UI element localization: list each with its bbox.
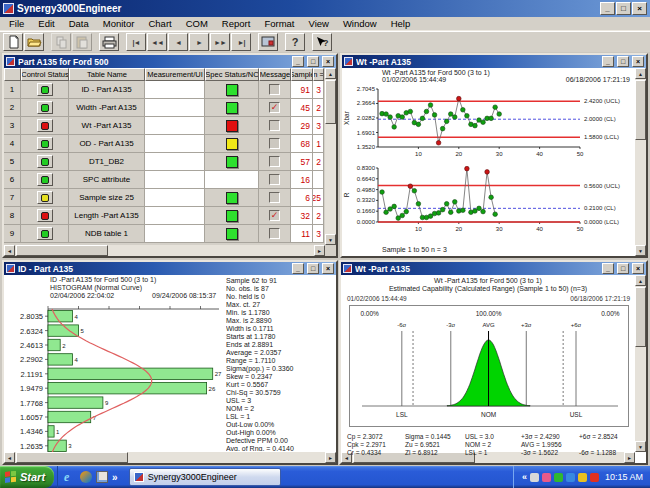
- toolbar-next-button[interactable]: ►: [189, 33, 209, 51]
- message-checkbox[interactable]: [269, 138, 280, 149]
- control-maximize-button[interactable]: □: [617, 56, 629, 67]
- restore-button[interactable]: □: [616, 2, 631, 15]
- table-name-cell[interactable]: DT1_DB2: [69, 153, 145, 171]
- control-vscroll-thumb[interactable]: [635, 80, 646, 140]
- tray-icon-3[interactable]: [554, 473, 563, 482]
- message-checkbox[interactable]: [269, 120, 280, 131]
- table-name-cell[interactable]: Sample size 25: [69, 189, 145, 207]
- toolbar-help-button[interactable]: ?: [285, 33, 305, 51]
- table-close-button[interactable]: ×: [322, 56, 334, 67]
- menu-item-view[interactable]: View: [301, 18, 335, 29]
- control-vscrollbar[interactable]: ▲ ▼: [635, 68, 646, 256]
- show-desktop-icon[interactable]: [96, 471, 108, 483]
- column-header-Sample[interactable]: Sample: [291, 68, 313, 81]
- taskbar-task-synergy[interactable]: Synergy3000Engineer: [129, 468, 281, 486]
- control-status-button[interactable]: [37, 83, 53, 96]
- control-status-button[interactable]: [37, 119, 53, 132]
- tray-icon-5[interactable]: [578, 473, 587, 482]
- capability-close-button[interactable]: ×: [632, 263, 644, 274]
- toolbar-next-group-button[interactable]: ►►: [210, 33, 230, 51]
- histogram-window-titlebar[interactable]: ID - Part A135 _ □ ×: [4, 262, 336, 275]
- scroll-down-icon[interactable]: ▼: [325, 234, 336, 245]
- scroll-down-icon[interactable]: ▼: [635, 441, 646, 452]
- measurement-cell[interactable]: [145, 153, 205, 171]
- table-vscrollbar[interactable]: ▲ ▼: [325, 68, 336, 245]
- table-name-cell[interactable]: Length -Part A135: [69, 207, 145, 225]
- menu-item-format[interactable]: Format: [257, 18, 301, 29]
- histogram-minimize-button[interactable]: _: [292, 263, 304, 274]
- table-hscroll-thumb[interactable]: [16, 245, 108, 256]
- tray-icon-6[interactable]: [590, 473, 599, 482]
- control-close-button[interactable]: ×: [632, 56, 644, 67]
- capability-maximize-button[interactable]: □: [617, 263, 629, 274]
- scroll-up-icon[interactable]: ▲: [325, 68, 336, 79]
- message-checkbox[interactable]: [269, 156, 280, 167]
- control-status-button[interactable]: [37, 191, 53, 204]
- table-name-cell[interactable]: NDB table 1: [69, 225, 145, 243]
- message-checkbox[interactable]: [269, 174, 280, 185]
- control-status-button[interactable]: [37, 173, 53, 186]
- media-player-icon[interactable]: [80, 471, 92, 483]
- toolbar-print-button[interactable]: [99, 33, 119, 51]
- capability-window-titlebar[interactable]: Wt -Part A135 _ □ ×: [341, 262, 646, 275]
- toolbar-prev-button[interactable]: ◄: [168, 33, 188, 51]
- title-bar[interactable]: Synergy3000Engineer _ □ ×: [0, 0, 650, 17]
- message-checkbox[interactable]: [269, 84, 280, 95]
- measurement-cell[interactable]: [145, 207, 205, 225]
- message-checkbox[interactable]: [269, 228, 280, 239]
- scroll-up-icon[interactable]: ▲: [635, 275, 646, 286]
- toolbar-prev-group-button[interactable]: ◄◄: [147, 33, 167, 51]
- toolbar-context-help-button[interactable]: ?: [312, 33, 332, 51]
- tray-icon-2[interactable]: [542, 473, 551, 482]
- measurement-cell[interactable]: [145, 189, 205, 207]
- table-name-cell[interactable]: Width -Part A135: [69, 99, 145, 117]
- control-window-titlebar[interactable]: Wt -Part A135 _ □ ×: [342, 55, 646, 68]
- table-name-cell[interactable]: Wt -Part A135: [69, 117, 145, 135]
- column-header-Message[interactable]: Message: [259, 68, 291, 81]
- toolbar-snapshot-button[interactable]: [258, 33, 278, 51]
- tray-icon-4[interactable]: [566, 473, 575, 482]
- control-status-button[interactable]: [37, 227, 53, 240]
- table-vscroll-thumb[interactable]: [325, 80, 336, 124]
- column-header-Spec Status/NC[interactable]: Spec Status/NC: [205, 68, 259, 81]
- control-status-button[interactable]: [37, 209, 53, 222]
- toolbar-last-button[interactable]: ►|: [231, 33, 251, 51]
- toolbar-paste-button[interactable]: [72, 33, 92, 51]
- histogram-hscroll-thumb[interactable]: [16, 452, 128, 463]
- close-button[interactable]: ×: [632, 2, 647, 15]
- measurement-cell[interactable]: [145, 117, 205, 135]
- histogram-close-button[interactable]: ×: [322, 263, 334, 274]
- histogram-maximize-button[interactable]: □: [307, 263, 319, 274]
- scroll-right-icon[interactable]: ►: [624, 452, 635, 463]
- capability-vscrollbar[interactable]: ▲ ▼: [635, 275, 646, 452]
- measurement-cell[interactable]: [145, 135, 205, 153]
- menu-item-chart[interactable]: Chart: [141, 18, 178, 29]
- toolbar-first-button[interactable]: |◄: [126, 33, 146, 51]
- toolbar-copy-button[interactable]: [51, 33, 71, 51]
- column-header-Measurement/UI[interactable]: Measurement/UI: [145, 68, 205, 81]
- measurement-cell[interactable]: [145, 171, 205, 189]
- message-checkbox[interactable]: [269, 192, 280, 203]
- table-hscrollbar[interactable]: ◄ ►: [4, 245, 325, 256]
- tray-chevron-icon[interactable]: «: [522, 472, 527, 482]
- measurement-cell[interactable]: [145, 99, 205, 117]
- scroll-down-icon[interactable]: ▼: [635, 245, 646, 256]
- histogram-hscrollbar[interactable]: ◄ ►: [4, 452, 336, 463]
- control-status-button[interactable]: [37, 101, 53, 114]
- start-button[interactable]: Start: [0, 466, 54, 488]
- toolbar-new-button[interactable]: [3, 33, 23, 51]
- measurement-cell[interactable]: [145, 225, 205, 243]
- menu-item-window[interactable]: Window: [336, 18, 384, 29]
- measurement-cell[interactable]: [145, 81, 205, 99]
- capability-vscroll-thumb[interactable]: [635, 287, 646, 347]
- menu-item-edit[interactable]: Edit: [31, 18, 61, 29]
- column-header-Table Name[interactable]: Table Name: [69, 68, 145, 81]
- column-header-n =[interactable]: n =: [313, 68, 324, 81]
- minimize-button[interactable]: _: [600, 2, 615, 15]
- menu-item-data[interactable]: Data: [62, 18, 96, 29]
- scroll-right-icon[interactable]: ►: [325, 452, 336, 463]
- table-window-titlebar[interactable]: Part A135 for Ford 500 _ □ ×: [4, 55, 336, 68]
- table-name-cell[interactable]: ID - Part A135: [69, 81, 145, 99]
- scroll-left-icon[interactable]: ◄: [4, 245, 15, 256]
- menu-item-monitor[interactable]: Monitor: [96, 18, 142, 29]
